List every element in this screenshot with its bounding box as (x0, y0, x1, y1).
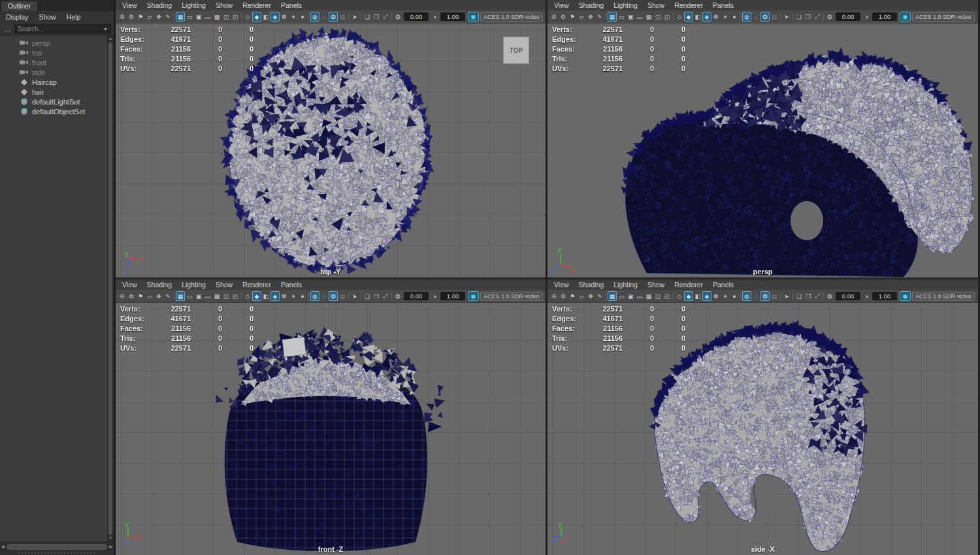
frame-all-icon[interactable]: ⤢ (813, 291, 822, 301)
select-camera-icon[interactable]: ✇ (549, 12, 559, 22)
field-chart-icon[interactable]: ▩ (644, 291, 653, 301)
gamma-icon[interactable]: ◑ (430, 291, 439, 301)
film-gate-icon[interactable]: ▭ (617, 291, 626, 301)
shadows-icon[interactable]: ● (298, 291, 307, 301)
scene-view-icon[interactable]: ❐ (372, 291, 381, 301)
select-camera-icon[interactable]: ✇ (549, 291, 559, 301)
wireframe-icon[interactable]: ◇ (675, 291, 684, 301)
pan-zoom-2d-icon[interactable]: ✥ (154, 291, 163, 301)
camera-attributes-icon[interactable]: ⚙ (127, 12, 136, 22)
safe-action-icon[interactable]: ◫ (653, 12, 662, 22)
outliner-item-front[interactable]: front (0, 57, 107, 67)
grease-pencil-icon[interactable]: ✎ (595, 12, 604, 22)
gamma-field[interactable]: 1.00 (872, 12, 897, 21)
safe-action-icon[interactable]: ◫ (653, 291, 662, 301)
panel-resize-grip[interactable] (0, 551, 114, 555)
shadows-icon[interactable]: ● (730, 12, 739, 22)
color-management-label[interactable]: ACES 1.0 SDR-video (912, 12, 975, 22)
vp-menu-show[interactable]: Show (647, 1, 664, 9)
vp-menu-view[interactable]: View (554, 1, 569, 9)
scene-view-icon[interactable]: ❐ (804, 291, 813, 301)
safe-title-icon[interactable]: ◰ (231, 12, 240, 22)
depth-peeling-icon[interactable]: ▤ (770, 12, 779, 22)
color-management-icon[interactable]: ◉ (468, 12, 479, 22)
outliner-vertical-scrollbar[interactable]: ▲ ▼ (107, 36, 114, 541)
vp-menu-view[interactable]: View (122, 281, 137, 289)
occlusion-icon[interactable]: ◍ (310, 291, 319, 301)
frame-all-icon[interactable]: ⤢ (381, 12, 390, 22)
gate-mask-icon[interactable]: ▬ (203, 12, 212, 22)
film-gate-icon[interactable]: ▭ (617, 12, 626, 22)
wireframe-on-shaded-icon[interactable]: ◈ (270, 12, 280, 22)
exposure-icon[interactable]: ❂ (393, 12, 402, 22)
outliner-item-hair[interactable]: hair (0, 87, 107, 97)
gate-mask-icon[interactable]: ▬ (203, 291, 212, 301)
anti-aliasing-icon[interactable]: ❂ (760, 12, 770, 22)
scene-view-icon[interactable]: ❐ (804, 12, 813, 22)
outliner-menu-display[interactable]: Display (6, 13, 28, 21)
safe-action-icon[interactable]: ◫ (221, 291, 231, 301)
wireframe-icon[interactable]: ◇ (243, 12, 252, 22)
vp-menu-shading[interactable]: Shading (147, 1, 172, 9)
gate-mask-icon[interactable]: ▬ (635, 12, 644, 22)
exposure-field[interactable]: 0.00 (404, 12, 429, 21)
depth-peeling-icon[interactable]: ▤ (770, 291, 779, 301)
camera-attributes-icon[interactable]: ⚙ (559, 291, 568, 301)
grid-icon[interactable]: ▦ (176, 12, 185, 22)
camera-attributes-icon[interactable]: ⚙ (559, 12, 568, 22)
gamma-icon[interactable]: ◑ (430, 12, 439, 22)
wireframe-on-shaded-icon[interactable]: ◈ (270, 291, 280, 301)
image-plane-icon[interactable]: ▱ (577, 12, 586, 22)
depth-peeling-icon[interactable]: ▤ (338, 12, 347, 22)
occlusion-icon[interactable]: ◍ (310, 12, 319, 22)
snapshot-icon[interactable]: ❏ (363, 291, 372, 301)
vp-menu-lighting[interactable]: Lighting (182, 1, 206, 9)
search-input[interactable]: Search... ▼ (14, 24, 111, 34)
default-material-icon[interactable]: ❆ (280, 12, 289, 22)
outliner-item-side[interactable]: side (0, 67, 107, 77)
shaded-icon[interactable]: ◆ (252, 291, 261, 301)
textured-icon[interactable]: ◧ (693, 12, 702, 22)
lighting-icon[interactable]: ✶ (289, 291, 298, 301)
camera-bookmark-icon[interactable]: ⚑ (568, 291, 577, 301)
safe-action-icon[interactable]: ◫ (221, 12, 231, 22)
lighting-icon[interactable]: ✶ (721, 291, 730, 301)
camera-bookmark-icon[interactable]: ⚑ (136, 12, 145, 22)
vp-menu-renderer[interactable]: Renderer (674, 1, 703, 9)
viewport-canvas-area[interactable]: Verts:2257100Edges:4167100Faces:2115600T… (547, 24, 978, 278)
gate-mask-icon[interactable]: ▬ (635, 291, 644, 301)
scroll-up-icon[interactable]: ▲ (108, 36, 112, 42)
shaded-icon[interactable]: ◆ (684, 291, 693, 301)
filter-icon[interactable]: ⬚ (3, 25, 12, 33)
vp-menu-panels[interactable]: Panels (713, 281, 734, 289)
color-management-icon[interactable]: ◉ (468, 291, 479, 301)
isolate-select-icon[interactable]: ➤ (350, 12, 359, 22)
vp-menu-panels[interactable]: Panels (281, 1, 302, 9)
snapshot-icon[interactable]: ❏ (363, 12, 372, 22)
isolate-select-icon[interactable]: ➤ (350, 291, 359, 301)
resolution-gate-icon[interactable]: ▣ (626, 291, 635, 301)
textured-icon[interactable]: ◧ (261, 12, 270, 22)
gamma-field[interactable]: 1.00 (440, 292, 465, 300)
exposure-field[interactable]: 0.00 (836, 12, 860, 21)
exposure-icon[interactable]: ❂ (393, 291, 402, 301)
textured-icon[interactable]: ◧ (261, 291, 270, 301)
outliner-horizontal-scrollbar[interactable]: ◀ ▶ (0, 541, 114, 551)
tab-outliner[interactable]: Outliner (1, 1, 37, 11)
vp-menu-lighting[interactable]: Lighting (613, 1, 638, 9)
vp-menu-renderer[interactable]: Renderer (674, 281, 703, 289)
safe-title-icon[interactable]: ◰ (231, 291, 240, 301)
shaded-icon[interactable]: ◆ (684, 12, 693, 22)
image-plane-icon[interactable]: ▱ (145, 12, 154, 22)
textured-icon[interactable]: ◧ (693, 291, 702, 301)
grid-icon[interactable]: ▦ (176, 291, 185, 301)
vp-menu-lighting[interactable]: Lighting (182, 281, 206, 289)
shadows-icon[interactable]: ● (298, 12, 307, 22)
default-material-icon[interactable]: ❆ (711, 291, 721, 301)
vp-menu-shading[interactable]: Shading (147, 281, 172, 289)
exposure-field[interactable]: 0.00 (836, 292, 860, 300)
outliner-menu-help[interactable]: Help (67, 13, 81, 21)
anti-aliasing-icon[interactable]: ❂ (329, 291, 338, 301)
vp-menu-renderer[interactable]: Renderer (242, 1, 271, 9)
exposure-icon[interactable]: ❂ (825, 291, 834, 301)
